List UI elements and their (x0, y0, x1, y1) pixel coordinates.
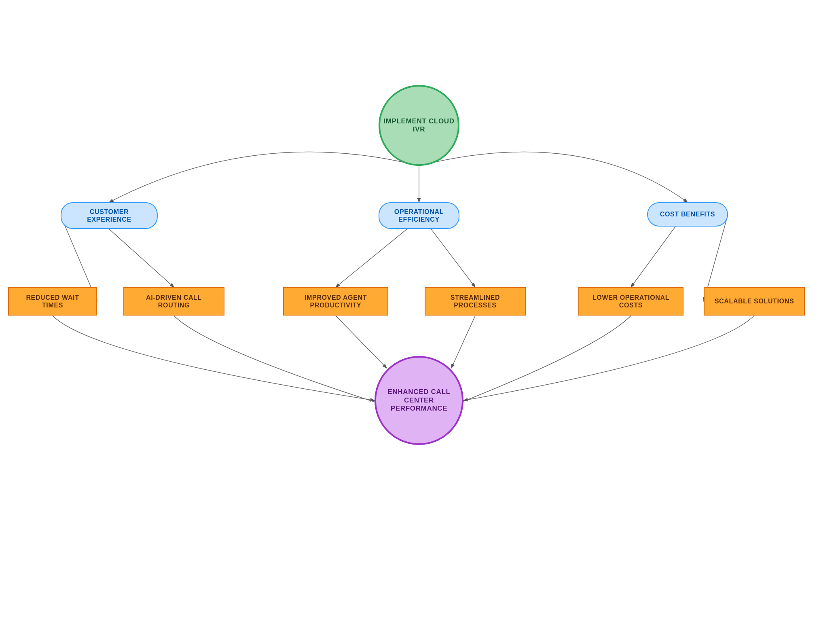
customer-experience-node: CUSTOMER EXPERIENCE (61, 202, 158, 229)
reduced-wait-times-node: REDUCED WAIT TIMES (8, 287, 97, 316)
operational-efficiency-label: OPERATIONAL EFFICIENCY (388, 208, 450, 223)
scalable-solutions-node: SCALABLE SOLUTIONS (704, 287, 805, 316)
lower-operational-costs-node: LOWER OPERATIONAL COSTS (578, 287, 684, 316)
implement-cloud-ivr-node: IMPLEMENT CLOUD IVR (379, 85, 459, 166)
customer-experience-label: CUSTOMER EXPERIENCE (70, 208, 148, 223)
reduced-wait-times-label: REDUCED WAIT TIMES (15, 294, 90, 309)
enhanced-call-center-label: ENHANCED CALL CENTER PERFORMANCE (376, 388, 462, 413)
diagram-container: IMPLEMENT CLOUD IVR OPERATIONAL EFFICIEN… (0, 0, 838, 644)
lower-operational-costs-label: LOWER OPERATIONAL COSTS (586, 294, 676, 309)
scalable-solutions-label: SCALABLE SOLUTIONS (715, 297, 794, 305)
improved-agent-productivity-node: IMPROVED AGENT PRODUCTIVITY (283, 287, 388, 316)
operational-efficiency-node: OPERATIONAL EFFICIENCY (379, 202, 459, 229)
enhanced-call-center-performance-node: ENHANCED CALL CENTER PERFORMANCE (375, 356, 463, 445)
ai-driven-call-routing-label: AI-DRIVEN CALL ROUTING (131, 294, 217, 309)
cost-benefits-node: COST BENEFITS (647, 202, 728, 227)
streamlined-processes-node: STREAMLINED PROCESSES (425, 287, 526, 316)
cost-benefits-label: COST BENEFITS (660, 210, 715, 218)
improved-agent-productivity-label: IMPROVED AGENT PRODUCTIVITY (290, 294, 381, 309)
ai-driven-call-routing-node: AI-DRIVEN CALL ROUTING (123, 287, 224, 316)
streamlined-processes-label: STREAMLINED PROCESSES (432, 294, 518, 309)
implement-cloud-ivr-label: IMPLEMENT CLOUD IVR (380, 117, 458, 134)
